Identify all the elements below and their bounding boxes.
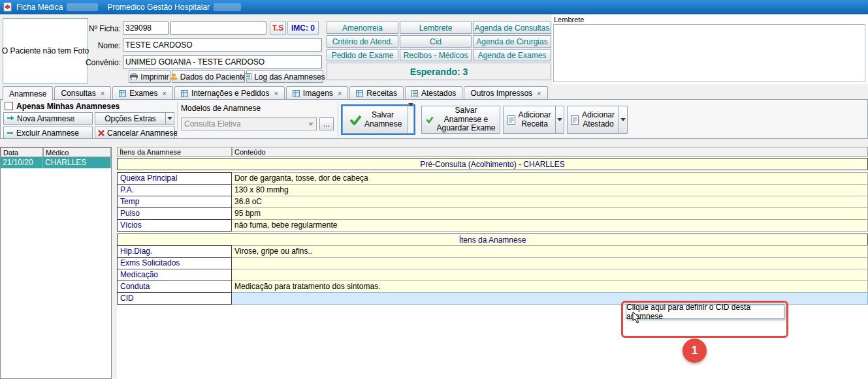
close-icon[interactable]: ×	[101, 89, 104, 97]
item-value[interactable]	[232, 257, 868, 269]
quick-label: Agenda de Exames	[478, 51, 547, 60]
quick-button-amenorreia[interactable]: Amenorreia	[327, 22, 398, 34]
close-icon[interactable]: ×	[163, 89, 167, 97]
apenas-minhas-checkbox[interactable]	[5, 102, 13, 110]
adicionar-atestado-split-button[interactable]: Adicionar Atestado	[567, 106, 628, 134]
quick-button-lembrete[interactable]: Lembrete	[400, 22, 472, 34]
quick-label: Amenorreia	[342, 23, 383, 33]
lembrete-memo[interactable]	[553, 24, 865, 82]
step-number: 1	[691, 344, 698, 357]
column-header-conteudo[interactable]: Conteúdo	[232, 147, 868, 157]
titlebar: Ficha Médica Promedico Gestão Hospitalar	[0, 0, 868, 14]
cancelar-anamnese-button[interactable]: Cancelar Anamnese	[95, 127, 175, 139]
grid-row-vicios[interactable]: Vícios não fuma, bebe regularmente	[117, 219, 868, 232]
quick-button-cid[interactable]: Cid	[400, 35, 472, 48]
opcoes-extras-button[interactable]: Opções Extras	[95, 112, 165, 125]
modelos-anamnese-label: Modelos de Anamnese	[181, 104, 261, 113]
excluir-anamnese-button[interactable]: Excluir Anamnese	[3, 127, 93, 139]
cid-tooltip[interactable]: Clique aqui para definir o CID desta ana…	[626, 305, 784, 319]
tab-internacoes-pedidos[interactable]: Internações e Pedidos ×	[174, 86, 285, 100]
grid-row-hip-diag[interactable]: Hip.Diag. Virose, gripe ou afins..	[117, 245, 868, 258]
section-label: Pré-Consulta (Acolhimento) - CHARLLES	[420, 160, 564, 169]
quick-button-agenda-consultas[interactable]: Agenda de Consultas	[473, 22, 551, 34]
tab-anamnese[interactable]: Anamnese	[3, 86, 53, 100]
item-value[interactable]: Virose, gripe ou afins..	[232, 245, 868, 258]
grid-icon	[119, 90, 126, 97]
grid-row-medicacao[interactable]: Medicação	[117, 269, 868, 281]
dados-paciente-button[interactable]: Dados do Paciente	[172, 70, 245, 83]
grid-row-pa[interactable]: P.A. 130 x 80 mmhg	[117, 184, 868, 196]
history-cell-data: 21/10/20	[1, 157, 43, 168]
item-value[interactable]: 36.8 oC	[232, 196, 868, 208]
quick-button-agenda-exames[interactable]: Agenda de Exames	[473, 49, 551, 61]
quick-button-pedido-exame[interactable]: Pedido de Exame	[327, 49, 398, 61]
ficha-secondary-input[interactable]	[170, 22, 266, 35]
close-icon[interactable]: ×	[537, 89, 541, 97]
quick-label: Agenda de Consultas	[475, 23, 550, 33]
adicionar-atestado-button[interactable]: Adicionar Atestado	[567, 106, 619, 134]
grid-row-exms-solicitados[interactable]: Exms Solicitados	[117, 257, 868, 269]
tab-imagens[interactable]: Imagens ×	[286, 86, 348, 100]
adicionar-receita-button[interactable]: Adicionar Receita	[503, 106, 555, 134]
item-value[interactable]: 95 bpm	[232, 207, 868, 220]
tab-consultas[interactable]: Consultas ×	[54, 86, 111, 100]
tab-exames[interactable]: Exames ×	[112, 86, 173, 100]
quick-button-criterio-atend[interactable]: Critério de Atend.	[327, 35, 398, 48]
grid-row-pulso[interactable]: Pulso 95 bpm	[117, 207, 868, 220]
esperando-box: Esperando: 3	[327, 63, 551, 80]
column-header-medico[interactable]: Médico	[43, 147, 111, 157]
salvar-aguardar-exame-button[interactable]: Salvar Anamnese e Aguardar Exame	[421, 106, 500, 134]
grid-row-queixa-principal[interactable]: Queixa Principal Dor de garganta, tosse,…	[117, 172, 868, 185]
tab-label: Outros Impressos	[470, 89, 532, 98]
item-value[interactable]	[232, 269, 868, 281]
salvar-anamnese-split-button[interactable]: Salvar Anamnese	[341, 104, 415, 135]
cancelar-anamnese-label: Cancelar Anamnese	[107, 129, 178, 138]
dropdown-arrow-icon[interactable]	[408, 106, 414, 134]
quick-button-agenda-cirurgias[interactable]: Agenda de Cirurgias	[473, 35, 551, 48]
quick-label: Recibos - Médicos	[404, 51, 468, 60]
item-value[interactable]: Dor de garganta, tosse, dor de cabeça	[232, 172, 868, 185]
item-value[interactable]: não fuma, bebe regularmente	[232, 219, 868, 232]
patient-icon	[170, 73, 178, 80]
no-photo-text: O Paciente não tem Foto	[2, 46, 89, 55]
history-cell-medico: CHARLLES MEDICO	[43, 157, 111, 168]
document-icon	[411, 90, 418, 97]
ficha-input[interactable]	[123, 22, 169, 35]
tab-atestados[interactable]: Atestados	[405, 86, 462, 100]
opcoes-extras-split-button[interactable]: Opções Extras	[95, 112, 174, 125]
imprimir-button[interactable]: Imprimir	[129, 70, 170, 83]
modelo-anamnese-combobox[interactable]: Consulta Eletiva	[181, 117, 317, 130]
log-anamneses-button[interactable]: Log das Anamneses	[246, 70, 323, 83]
close-icon[interactable]: ×	[338, 89, 342, 97]
grid-row-conduta[interactable]: Conduta Medicação para tratamento dos si…	[117, 280, 868, 293]
grid-row-temp[interactable]: Temp 36.8 oC	[117, 196, 868, 208]
section-label: Ítens da Anamnese	[459, 235, 526, 245]
column-header-itens[interactable]: Ítens da Anamnese	[117, 147, 232, 157]
imc-badge[interactable]: IMC: 0	[287, 22, 319, 35]
salvar-anamnese-button[interactable]: Salvar Anamnese	[342, 106, 408, 134]
modelo-ellipsis-button[interactable]: ...	[319, 117, 334, 130]
item-label: Exms Solicitados	[117, 257, 232, 269]
grid-icon	[181, 90, 188, 97]
lembrete-label: Lembrete	[554, 16, 584, 23]
tab-receitas[interactable]: Receitas	[349, 86, 404, 100]
adicionar-receita-label: Adicionar Receita	[518, 111, 552, 129]
close-icon[interactable]: ×	[274, 89, 278, 97]
imc-label: IMC: 0	[291, 23, 315, 33]
item-value[interactable]: Medicação para tratamento dos sintomas.	[232, 280, 868, 293]
history-row-selected[interactable]: 21/10/20 CHARLLES MEDICO	[1, 157, 111, 168]
column-header-data[interactable]: Data	[1, 147, 43, 157]
item-label: Hip.Diag.	[117, 245, 232, 258]
dropdown-arrow-icon[interactable]	[555, 106, 564, 134]
nome-input[interactable]	[123, 38, 322, 52]
item-value[interactable]: 130 x 80 mmhg	[232, 184, 868, 196]
convenio-input[interactable]	[123, 55, 322, 68]
dropdown-arrow-icon[interactable]	[619, 106, 628, 134]
adicionar-receita-split-button[interactable]: Adicionar Receita	[503, 106, 564, 134]
quick-button-recibos-medicos[interactable]: Recibos - Médicos	[400, 49, 472, 61]
esperando-text: Esperando: 3	[410, 67, 468, 77]
ts-badge[interactable]: T.S	[270, 22, 286, 35]
nova-anamnese-button[interactable]: Nova Anamnese	[3, 112, 93, 125]
tab-outros-impressos[interactable]: Outros Impressos ×	[464, 86, 547, 100]
dropdown-arrow-icon[interactable]	[165, 112, 174, 125]
